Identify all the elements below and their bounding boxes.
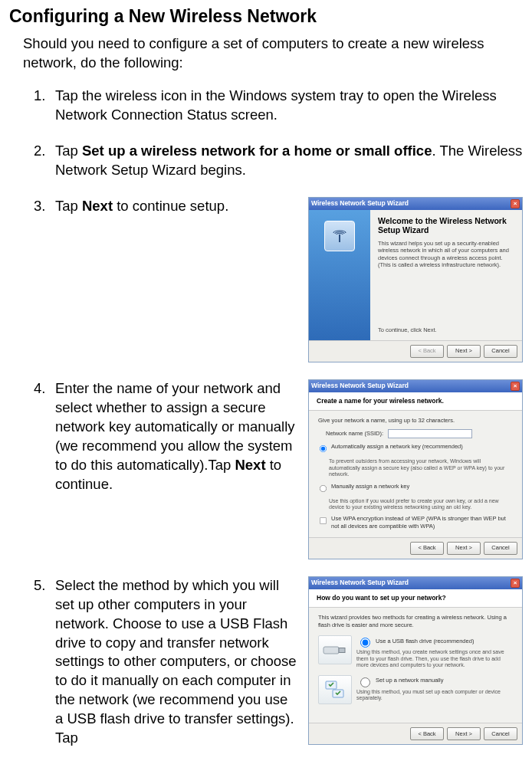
usb-radio-input[interactable]	[360, 638, 370, 648]
wizard-title: Wireless Network Setup Wizard	[311, 382, 409, 390]
intro-text: Should you need to configure a set of co…	[23, 34, 523, 73]
svg-rect-2	[339, 648, 345, 653]
usb-method-radio[interactable]: Use a USB flash drive (recommended)	[356, 635, 513, 648]
step-4: 4. Enter the name of your network and se…	[34, 379, 523, 559]
step-5: 5. Select the method by which you will s…	[34, 576, 523, 749]
wizard-button-bar: < Back Next > Cancel	[309, 537, 522, 559]
wizard-description: This wizard helps you set up a security-…	[378, 240, 514, 269]
manual-method-radio[interactable]: Set up a network manually	[356, 675, 513, 687]
wizard-page-title: How do you want to set up your network?	[317, 594, 514, 602]
wizard-name-screenshot: Wireless Network Setup Wizard × Create a…	[308, 379, 523, 559]
step-number: 2.	[34, 142, 45, 161]
auto-key-radio-input[interactable]	[320, 445, 327, 452]
wizard-header-band: Create a name for your wireless network.	[309, 392, 522, 411]
auto-key-label: Automatically assign a network key (reco…	[331, 443, 463, 451]
next-button[interactable]: Next >	[447, 542, 481, 555]
svg-rect-1	[323, 647, 339, 654]
ssid-label: Network name (SSID):	[326, 430, 383, 438]
manual-radio-input[interactable]	[360, 677, 370, 687]
wizard-titlebar: Wireless Network Setup Wizard ×	[309, 198, 522, 210]
ssid-hint: Give your network a name, using up to 32…	[318, 417, 513, 425]
step-text: Tap Next to continue setup.	[55, 197, 297, 216]
back-button[interactable]: < Back	[410, 727, 444, 740]
step-3: 3. Tap Next to continue setup. Wireless …	[34, 197, 523, 362]
wizard-button-bar: < Back Next > Cancel	[309, 340, 522, 362]
usb-drive-icon	[318, 635, 352, 664]
wireless-antenna-icon	[324, 221, 355, 251]
back-button: < Back	[410, 345, 444, 358]
step-bold: Next	[235, 457, 265, 473]
svg-rect-0	[339, 234, 340, 242]
close-icon[interactable]: ×	[511, 382, 520, 391]
wizard-page-title: Create a name for your wireless network.	[317, 397, 514, 405]
step-text-part: Select the method by which you will set …	[55, 577, 297, 746]
auto-key-radio[interactable]: Automatically assign a network key (reco…	[318, 443, 513, 454]
wizard-header-band: How do you want to set up your network?	[309, 589, 522, 608]
close-icon[interactable]: ×	[511, 199, 520, 208]
cancel-button[interactable]: Cancel	[484, 542, 517, 555]
wizard-button-bar: < Back Next > Cancel	[309, 723, 522, 744]
wizard-heading: Welcome to the Wireless Network Setup Wi…	[378, 216, 514, 235]
manual-setup-icon	[318, 675, 352, 704]
step-text: Tap the wireless icon in the Windows sys…	[55, 87, 497, 123]
next-button[interactable]: Next >	[447, 727, 481, 740]
step-bold: Set up a wireless network for a home or …	[82, 143, 432, 159]
step-text-part: to continue setup.	[113, 198, 228, 214]
wizard-welcome-screenshot: Wireless Network Setup Wizard × Welco	[308, 197, 523, 362]
usb-method-label: Use a USB flash drive (recommended)	[376, 638, 474, 645]
step-number: 5.	[34, 576, 45, 595]
wpa-label: Use WPA encryption instead of WEP (WPA i…	[331, 515, 513, 530]
cancel-button[interactable]: Cancel	[484, 727, 517, 740]
wizard-sidebar	[309, 210, 370, 340]
method-intro: This wizard provides two methods for cre…	[318, 614, 513, 629]
wizard-title: Wireless Network Setup Wizard	[311, 199, 409, 208]
cancel-button[interactable]: Cancel	[484, 345, 517, 358]
step-bold: Next	[82, 198, 113, 214]
next-button[interactable]: Next >	[447, 345, 481, 358]
manual-key-description: Use this option if you would prefer to c…	[329, 498, 513, 511]
usb-method-description: Using this method, you create network se…	[356, 649, 513, 668]
step-number: 1.	[34, 87, 45, 106]
manual-method-label: Set up a network manually	[376, 677, 443, 684]
manual-key-radio[interactable]: Manually assign a network key	[318, 483, 513, 494]
step-1: 1. Tap the wireless icon in the Windows …	[34, 87, 523, 125]
step-text-part: Tap	[55, 198, 82, 214]
close-icon[interactable]: ×	[511, 579, 520, 588]
step-text-part: Tap	[55, 143, 82, 159]
step-2: 2. Tap Set up a wireless network for a h…	[34, 142, 523, 180]
wizard-continue-hint: To continue, click Next.	[378, 303, 514, 334]
step-text: Select the method by which you will set …	[55, 576, 297, 749]
wpa-checkbox[interactable]	[320, 517, 327, 524]
wizard-title: Wireless Network Setup Wizard	[311, 579, 409, 587]
manual-key-label: Manually assign a network key	[331, 483, 409, 490]
page-title: Configuring a New Wireless Network	[9, 6, 523, 27]
step-number: 3.	[34, 197, 45, 216]
wizard-method-screenshot: Wireless Network Setup Wizard × How do y…	[308, 576, 523, 745]
wizard-titlebar: Wireless Network Setup Wizard ×	[309, 577, 522, 589]
back-button[interactable]: < Back	[410, 542, 444, 555]
manual-key-radio-input[interactable]	[320, 485, 327, 492]
ssid-input[interactable]	[388, 429, 472, 438]
step-text: Enter the name of your network and selec…	[55, 379, 297, 494]
steps-list: 1. Tap the wireless icon in the Windows …	[34, 87, 523, 748]
step-number: 4.	[34, 379, 45, 398]
auto-key-description: To prevent outsiders from accessing your…	[329, 458, 513, 477]
manual-method-description: Using this method, you must set up each …	[356, 689, 513, 702]
wizard-titlebar: Wireless Network Setup Wizard ×	[309, 380, 522, 392]
